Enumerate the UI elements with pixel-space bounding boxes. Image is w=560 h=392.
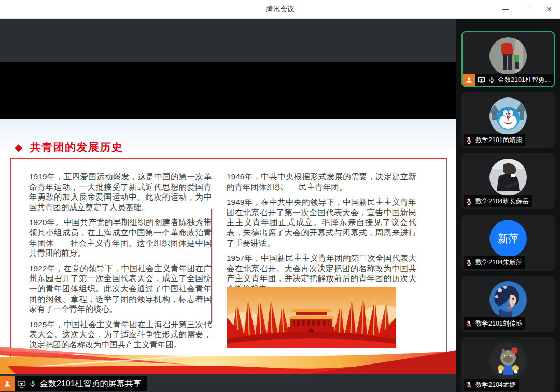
mic-muted-icon bbox=[465, 198, 473, 205]
participants-sidebar: 金数2101杜智勇… bbox=[456, 19, 560, 392]
mic-on-icon bbox=[29, 380, 37, 388]
meeting-window: ◆ 共青团的发展历史 1919年，五四爱国运动爆发，这是中国的第一次革命青年运动… bbox=[0, 19, 560, 392]
paragraph-1949: 1949年，在中共中央的领导下，中国新民主主义青年团在北京召开了第一次全国代表大… bbox=[227, 197, 416, 248]
paragraph-1920: 1920年。中国共产党的早期组织的创建者陈独秀带领其小组成员，在上海成立中国第一… bbox=[29, 217, 212, 258]
mic-muted-icon bbox=[465, 136, 473, 144]
participant-name: 数学2101尚靖康 bbox=[475, 136, 522, 145]
host-badge-icon bbox=[0, 376, 15, 391]
presentation-slide: ◆ 共青团的发展历史 1919年，五四爱国运动爆发，这是中国的第一次革命青年运动… bbox=[0, 119, 456, 374]
participant-namebar: 数学2104班长薛岳 bbox=[464, 195, 532, 207]
slide-bottom-wave bbox=[0, 347, 456, 374]
slide-title-row: ◆ 共青团的发展历史 bbox=[15, 140, 123, 155]
window-title: 腾讯会议 bbox=[265, 5, 295, 14]
avatar-cat-costume bbox=[489, 342, 527, 380]
participant-tile-xueyue[interactable]: 数学2104班长薛岳 bbox=[461, 153, 555, 209]
avatar-photo-family bbox=[489, 37, 527, 75]
diamond-bullet-icon: ◆ bbox=[15, 142, 22, 152]
participant-name: 数学2104朱新萍 bbox=[475, 258, 522, 267]
slide-title: 共青团的发展历史 bbox=[30, 140, 123, 155]
participant-tile-liuchuansheng[interactable]: 数学2101刘传盛 bbox=[461, 276, 555, 332]
paragraph-1946: 1946年，中共中央根据形式发展的需要，决定建立新的青年团体组织——民主青年团。 bbox=[227, 172, 416, 192]
avatar-initials: 新萍 bbox=[489, 220, 527, 257]
minimize-button[interactable] bbox=[501, 5, 510, 14]
participant-name: 数学2104班长薛岳 bbox=[475, 197, 529, 206]
participant-name: 金数2101杜智勇… bbox=[498, 76, 551, 85]
maximize-icon bbox=[525, 7, 530, 12]
mic-muted-icon bbox=[465, 320, 473, 328]
participant-name: 数学2101刘传盛 bbox=[475, 319, 522, 328]
mic-muted-icon bbox=[465, 259, 473, 267]
minimize-icon bbox=[502, 9, 509, 10]
close-button[interactable]: ✕ bbox=[544, 5, 554, 14]
participant-namebar: 数学2101尚靖康 bbox=[464, 134, 525, 146]
participant-name: 数学2104孟婕 bbox=[475, 381, 516, 389]
window-titlebar: 腾讯会议 ✕ bbox=[0, 0, 560, 19]
slide-left-column: 1919年，五四爱国运动爆发，这是中国的第一次革命青年运动，一大批接受了新式近代… bbox=[29, 172, 212, 374]
paragraph-1922: 1922年，在党的领导下，中国社会主义青年团在广州东园召开了第一次全国代表大会，… bbox=[29, 263, 212, 314]
mic-muted-icon bbox=[465, 381, 473, 389]
screen-share-icon bbox=[478, 76, 485, 84]
host-badge-icon bbox=[463, 74, 475, 86]
participant-namebar: 数学2104朱新萍 bbox=[464, 256, 525, 269]
avatar-photo-person bbox=[489, 159, 527, 196]
participant-namebar: 数学2101刘传盛 bbox=[464, 317, 525, 330]
participant-tile-shangjingkang[interactable]: 数学2101尚靖康 bbox=[461, 92, 555, 148]
screen-share-banner: 金数2101杜智勇的屏幕共享 bbox=[0, 376, 147, 391]
participant-tile-mengjie[interactable]: 数学2104孟婕 bbox=[461, 337, 555, 392]
maximize-button[interactable] bbox=[523, 5, 532, 14]
share-banner-text: 金数2101杜智勇的屏幕共享 bbox=[40, 379, 142, 389]
avatar-anime-girl bbox=[489, 281, 527, 318]
screen-share-icon bbox=[17, 380, 26, 388]
participant-tile-zhuxinping[interactable]: 新萍 数学2104朱新萍 bbox=[461, 215, 555, 271]
paragraph-1919: 1919年，五四爱国运动爆发，这是中国的第一次革命青年运动，一大批接受了新式近代… bbox=[29, 172, 212, 212]
paragraph-1925: 1925年，中国社会主义青年团在上海召开第三次代表大会。这次大会，为了适应斗争性… bbox=[29, 319, 212, 350]
participant-tile-duzhiyong[interactable]: 金数2101杜智勇… bbox=[461, 31, 555, 87]
screen-share-view: ◆ 共青团的发展历史 1919年，五四爱国运动爆发，这是中国的第一次革命青年运动… bbox=[0, 19, 456, 392]
mic-on-icon bbox=[488, 76, 495, 83]
avatar-initials-text: 新萍 bbox=[489, 220, 527, 257]
tiananmen-illustration bbox=[227, 287, 396, 348]
participant-namebar: 金数2101杜智勇… bbox=[463, 74, 554, 86]
slide-right-column: 1946年，中共中央根据形式发展的需要，决定建立新的青年团体组织——民主青年团。… bbox=[227, 172, 416, 299]
avatar-doraemon bbox=[489, 97, 527, 135]
shared-screen-letterbox: ◆ 共青团的发展历史 1919年，五四爱国运动爆发，这是中国的第一次革命青年运动… bbox=[0, 62, 456, 341]
participant-namebar: 数学2104孟婕 bbox=[464, 379, 519, 391]
window-controls: ✕ bbox=[501, 0, 554, 19]
